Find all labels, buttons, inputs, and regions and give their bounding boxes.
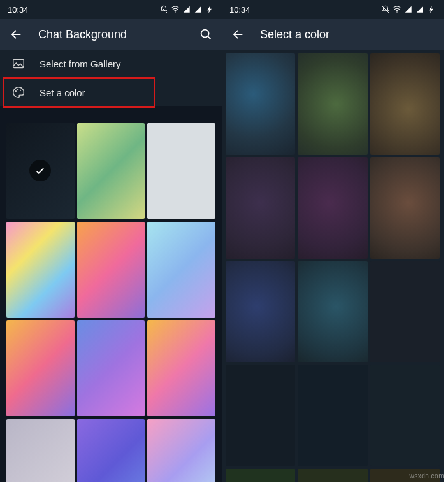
status-bar: 10:34 xyxy=(0,0,222,19)
bell-off-icon xyxy=(381,5,390,14)
wallpaper-tile[interactable] xyxy=(147,123,215,219)
wallpaper-tile[interactable] xyxy=(77,222,145,318)
wifi-icon xyxy=(393,5,401,14)
color-tile[interactable] xyxy=(298,157,367,259)
wallpaper-tile[interactable] xyxy=(147,419,215,482)
signal-icon-2 xyxy=(194,5,203,14)
svg-point-3 xyxy=(15,90,17,92)
color-tile[interactable] xyxy=(226,53,295,155)
svg-point-6 xyxy=(396,11,398,13)
select-color-screen: 10:34 Select a color xyxy=(222,0,444,482)
chat-background-screen: 10:34 Chat Background Select from Galler… xyxy=(0,0,222,482)
page-title: Select a color xyxy=(260,28,435,41)
wallpaper-tile[interactable] xyxy=(77,419,145,482)
color-tile[interactable] xyxy=(226,261,295,362)
option-label: Set a color xyxy=(40,87,85,98)
palette-icon xyxy=(11,85,25,99)
back-button[interactable] xyxy=(231,27,245,41)
signal-icon xyxy=(404,5,413,14)
status-bar: 10:34 xyxy=(222,0,444,19)
color-tile[interactable] xyxy=(226,365,295,466)
color-tile[interactable] xyxy=(226,469,295,482)
set-a-color-option[interactable]: Set a color xyxy=(0,78,222,106)
color-tile[interactable] xyxy=(298,261,367,362)
wallpaper-tile[interactable] xyxy=(77,123,145,219)
svg-point-5 xyxy=(20,90,21,91)
status-icons xyxy=(159,5,214,14)
color-tile[interactable] xyxy=(370,365,440,466)
color-tile[interactable] xyxy=(298,469,367,482)
wallpaper-tile[interactable] xyxy=(6,419,75,482)
color-tile[interactable] xyxy=(370,53,440,155)
search-button[interactable] xyxy=(199,27,213,41)
search-icon xyxy=(199,27,213,41)
wallpaper-grid xyxy=(0,123,222,482)
color-tile[interactable] xyxy=(370,261,440,362)
check-icon xyxy=(34,165,46,176)
status-time: 10:34 xyxy=(229,5,250,15)
color-tile[interactable] xyxy=(370,157,440,259)
wallpaper-tile[interactable] xyxy=(6,123,75,219)
section-gap xyxy=(0,106,222,123)
bolt-icon xyxy=(427,5,436,14)
color-tile[interactable] xyxy=(298,53,367,155)
color-tile[interactable] xyxy=(298,365,367,466)
svg-point-4 xyxy=(17,89,18,90)
svg-point-0 xyxy=(175,11,176,13)
option-label: Select from Gallery xyxy=(40,59,121,69)
bell-off-icon xyxy=(159,5,168,14)
wallpaper-tile[interactable] xyxy=(77,320,145,416)
image-icon xyxy=(11,57,25,71)
select-from-gallery-option[interactable]: Select from Gallery xyxy=(0,50,222,78)
arrow-left-icon xyxy=(231,27,245,41)
status-icons xyxy=(381,5,436,14)
signal-icon-2 xyxy=(415,5,424,14)
wallpaper-tile[interactable] xyxy=(6,222,75,318)
wallpaper-tile[interactable] xyxy=(147,320,215,416)
color-tile[interactable] xyxy=(226,157,295,259)
signal-icon xyxy=(182,5,191,14)
wallpaper-tile[interactable] xyxy=(6,320,75,416)
svg-point-1 xyxy=(201,30,209,38)
watermark: wsxdn.com xyxy=(409,472,444,479)
back-button[interactable] xyxy=(9,27,23,41)
app-bar: Chat Background xyxy=(0,19,222,50)
bolt-icon xyxy=(205,5,214,14)
status-time: 10:34 xyxy=(8,5,29,15)
arrow-left-icon xyxy=(9,27,23,41)
page-title: Chat Background xyxy=(38,28,184,41)
color-grid xyxy=(222,50,444,482)
wifi-icon xyxy=(171,5,180,14)
wallpaper-tile[interactable] xyxy=(147,222,215,318)
app-bar: Select a color xyxy=(222,19,444,50)
svg-rect-2 xyxy=(13,60,24,68)
